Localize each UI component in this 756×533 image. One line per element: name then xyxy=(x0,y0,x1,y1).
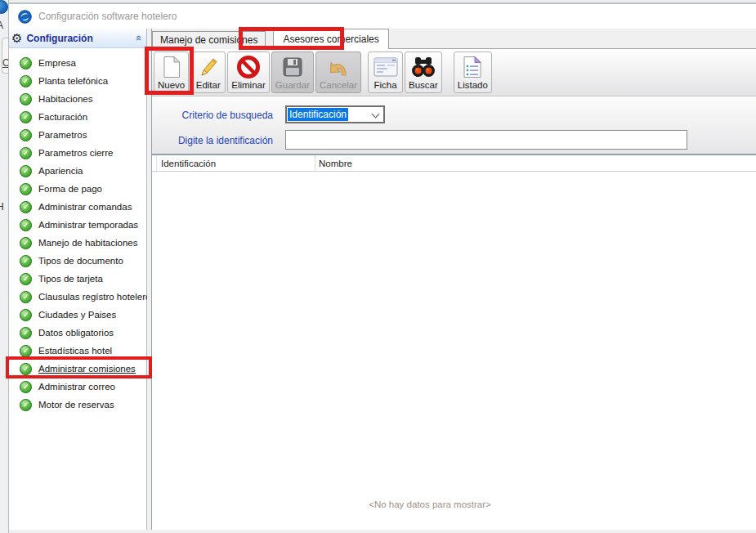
background-text-fragment: H xyxy=(0,201,4,213)
list-document-icon xyxy=(463,55,482,79)
check-icon: ✓ xyxy=(20,165,32,177)
buscar-button[interactable]: Buscar xyxy=(405,52,442,93)
background-text-fragment: C xyxy=(2,57,8,69)
background-text-fragment: A xyxy=(0,20,3,31)
title-bar: Configuración software hotelero xyxy=(9,4,756,29)
ficha-button[interactable]: Ficha xyxy=(368,52,403,93)
sidebar-item-forma-de-pago[interactable]: ✓Forma de pago xyxy=(9,180,146,198)
sidebar-item-label: Planta telefónica xyxy=(38,76,108,86)
chevron-down-icon xyxy=(372,111,379,119)
sidebar-item-empresa[interactable]: ✓Empresa xyxy=(9,54,146,72)
check-icon: ✓ xyxy=(20,75,32,87)
column-header-nombre[interactable]: Nombre xyxy=(315,155,756,171)
check-icon: ✓ xyxy=(20,111,32,123)
sidebar-item-datos-obligatorios[interactable]: ✓Datos obligatorios xyxy=(9,324,146,342)
sidebar-item-label: Forma de pago xyxy=(38,184,102,194)
cancelar-button[interactable]: Cancelar xyxy=(315,52,361,93)
sidebar-item-label: Parametros cierre xyxy=(38,148,113,158)
sidebar-item-label: Empresa xyxy=(38,58,76,68)
background-app-icon xyxy=(0,0,8,14)
check-icon: ✓ xyxy=(20,129,32,141)
sidebar-item-label: Facturación xyxy=(38,112,87,122)
nuevo-button[interactable]: Nuevo xyxy=(154,52,189,93)
sidebar-item-administrar-temporadas[interactable]: ✓Administrar temporadas xyxy=(9,216,146,234)
tab-bar: Manejo de comisiones Asesores comerciale… xyxy=(152,29,756,49)
sidebar-item-label: Estadísticas hotel xyxy=(38,346,112,356)
sidebar-item-manejo-de-habitaciones[interactable]: ✓Manejo de habitaciones xyxy=(9,234,146,252)
check-icon: ✓ xyxy=(20,255,32,267)
guardar-button-label: Guardar xyxy=(275,79,310,91)
check-icon: ✓ xyxy=(20,381,32,393)
sidebar-item-planta-telefonica[interactable]: ✓Planta telefónica xyxy=(9,72,146,90)
sidebar-item-administrar-comandas[interactable]: ✓Administrar comandas xyxy=(9,198,146,216)
selected-criteria-value: Identificación xyxy=(288,108,348,121)
eliminar-button[interactable]: Eliminar xyxy=(227,52,270,93)
check-icon: ✓ xyxy=(20,201,32,213)
nuevo-button-label: Nuevo xyxy=(158,79,185,91)
gear-icon: ⚙ xyxy=(11,32,22,44)
toolbar: Nuevo Editar Eliminar xyxy=(152,49,756,96)
guardar-button[interactable]: Guardar xyxy=(271,52,314,93)
check-icon: ✓ xyxy=(20,147,32,159)
sidebar-item-label: Tipos de documento xyxy=(38,256,123,266)
form-window-icon xyxy=(374,55,398,79)
check-icon: ✓ xyxy=(20,309,32,321)
column-header-identificacion[interactable]: Identificación xyxy=(157,155,315,171)
sidebar-item-tipos-de-tarjeta[interactable]: ✓Tipos de tarjeta xyxy=(9,270,146,288)
tab-asesores-comerciales[interactable]: Asesores comerciales xyxy=(273,29,388,49)
buscar-button-label: Buscar xyxy=(409,79,438,91)
sidebar-header[interactable]: ⚙ Configuración « xyxy=(9,29,146,48)
sidebar-item-label: Ciudades y Paises xyxy=(38,310,116,320)
floppy-disk-icon xyxy=(282,55,303,79)
cancelar-button-label: Cancelar xyxy=(320,79,357,91)
sidebar-item-clausulas-registro[interactable]: ✓Clausulas regístro hotelero xyxy=(9,288,146,306)
sidebar-item-parametros[interactable]: ✓Parametros xyxy=(9,126,146,144)
check-icon: ✓ xyxy=(20,399,32,411)
check-icon: ✓ xyxy=(20,237,32,249)
check-icon: ✓ xyxy=(20,291,32,303)
empty-state-text: <No hay datos para mostrar> xyxy=(369,499,491,509)
check-icon: ✓ xyxy=(20,327,32,339)
sidebar-item-ciudades-y-paises[interactable]: ✓Ciudades y Paises xyxy=(9,306,146,324)
sidebar-item-label: Tipos de tarjeta xyxy=(38,274,103,284)
sidebar-item-label: Clausulas regístro hotelero xyxy=(38,292,150,302)
config-sidebar: ⚙ Configuración « ✓Empresa ✓Planta telef… xyxy=(9,29,147,530)
sidebar-item-label: Manejo de habitaciones xyxy=(38,238,137,248)
sidebar-item-label: Apariencia xyxy=(38,166,83,176)
window-title: Configuración software hotelero xyxy=(38,11,177,22)
sidebar-item-estadisticas-hotel[interactable]: ✓Estadísticas hotel xyxy=(9,342,146,360)
sidebar-item-label: Administrar comisiones xyxy=(38,364,136,374)
sidebar-item-label: Datos obligatorios xyxy=(38,328,114,338)
undo-arrow-icon xyxy=(327,55,350,79)
sidebar-item-label: Administrar temporadas xyxy=(38,220,138,230)
table-header-row: Identificación Nombre xyxy=(152,155,756,172)
search-input[interactable] xyxy=(285,130,687,150)
background-window-sliver: A C H xyxy=(0,0,8,533)
sidebar-item-list: ✓Empresa ✓Planta telefónica ✓Habitacione… xyxy=(9,48,146,414)
sidebar-item-label: Parametros xyxy=(38,130,87,140)
new-document-icon xyxy=(162,55,181,79)
check-icon: ✓ xyxy=(20,363,32,375)
main-panel: Manejo de comisiones Asesores comerciale… xyxy=(152,29,756,530)
sidebar-header-label: Configuración xyxy=(26,33,92,44)
sidebar-item-administrar-correo[interactable]: ✓Administrar correo xyxy=(9,378,146,396)
sidebar-item-label: Habitaciones xyxy=(38,94,92,104)
collapse-chevron-icon[interactable]: « xyxy=(133,35,145,41)
listado-button-label: Listado xyxy=(458,79,488,91)
sidebar-item-parametros-cierre[interactable]: ✓Parametros cierre xyxy=(9,144,146,162)
sidebar-item-habitaciones[interactable]: ✓Habitaciones xyxy=(9,90,146,108)
app-logo-icon xyxy=(18,10,32,24)
check-icon: ✓ xyxy=(20,219,32,231)
editar-button-label: Editar xyxy=(196,79,221,91)
sidebar-item-administrar-comisiones[interactable]: ✓Administrar comisiones xyxy=(9,360,146,378)
listado-button[interactable]: Listado xyxy=(454,52,492,93)
sidebar-item-tipos-de-documento[interactable]: ✓Tipos de documento xyxy=(9,252,146,270)
check-icon: ✓ xyxy=(20,183,32,195)
search-criteria-select[interactable]: Identificación xyxy=(285,105,385,123)
editar-button[interactable]: Editar xyxy=(190,52,226,93)
tab-manejo-de-comisiones[interactable]: Manejo de comisiones xyxy=(152,31,266,49)
sidebar-item-label: Administrar correo xyxy=(38,382,115,392)
sidebar-item-motor-de-reservas[interactable]: ✓Motor de reservas xyxy=(9,396,146,414)
sidebar-item-facturacion[interactable]: ✓Facturación xyxy=(9,108,146,126)
sidebar-item-apariencia[interactable]: ✓Apariencia xyxy=(9,162,146,180)
